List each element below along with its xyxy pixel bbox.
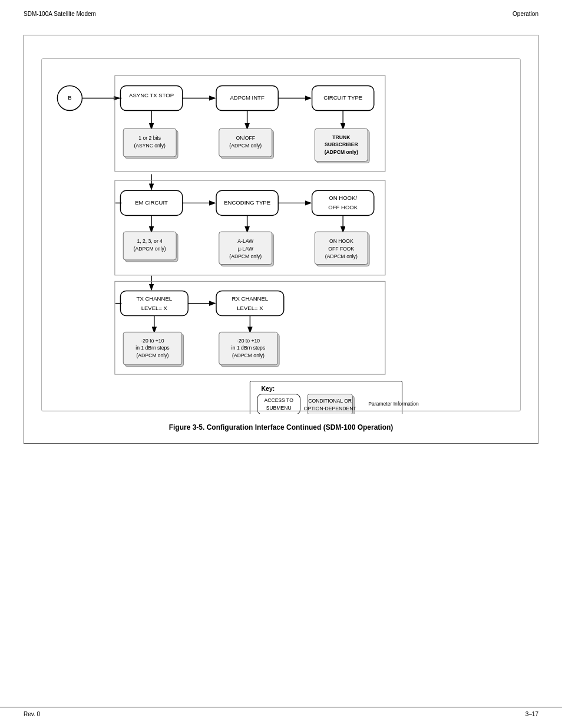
label-adpcm: ADPCM INTF	[230, 94, 265, 101]
node-tx-channel	[120, 291, 188, 316]
key-cond-2: OPTION-DEPENDENT	[304, 406, 357, 411]
label-txchannel-1: TX CHANNEL	[137, 295, 172, 302]
page-header: SDM-100A Satellite Modem Operation	[0, 0, 562, 17]
header-right: Operation	[513, 11, 538, 17]
label-alaw-3: (ADPCM only)	[229, 253, 262, 259]
label-trunk-3: (ADPCM only)	[325, 149, 358, 155]
label-encoding: ENCODING TYPE	[224, 199, 270, 206]
label-txchannel-2: LEVEL= X	[141, 305, 168, 311]
key-access-2: SUBMENU	[266, 405, 292, 411]
label-async-1: ASYNC TX STOP	[129, 92, 174, 98]
label-1234-1: 1, 2, 3, or 4	[137, 238, 163, 244]
label-alaw-2: µ-LAW	[238, 246, 254, 252]
label-trunk-2: SUBSCRIBER	[325, 141, 359, 147]
key-cond-1: CONDITIONAL OR	[308, 398, 352, 404]
key-param: Parameter Information	[368, 401, 419, 407]
label-offhook-2: OFF FOOK	[328, 246, 354, 252]
figure-caption: Figure 3-5. Configuration Interface Cont…	[36, 423, 526, 431]
label-onhook-1: ON HOOK/	[329, 195, 357, 201]
label-onoff-2: (ADPCM only)	[229, 143, 262, 149]
label-offhook-1: ON HOOK	[329, 238, 353, 244]
label-emcircuit: EM CIRCUIT	[135, 199, 168, 206]
header-left: SDM-100A Satellite Modem	[24, 11, 96, 17]
label-onoff-1: ON/OFF	[236, 135, 255, 141]
label-rxrange-2: in 1 dBrn steps	[232, 345, 265, 351]
figure-container: B ASYNC TX STOP ADPCM INTF CIRCUIT TYPE …	[24, 35, 538, 444]
label-rxrange-3: (ADPCM only)	[232, 353, 265, 358]
key-title: Key:	[262, 385, 275, 392]
node-rx-channel	[216, 291, 284, 316]
page-footer: Rev. 0 3–17	[0, 707, 562, 728]
footer-right: 3–17	[525, 711, 538, 717]
label-txrange-1: -20 to +10	[141, 338, 164, 344]
label-B: B	[68, 94, 71, 101]
label-rxchannel-1: RX CHANNEL	[232, 295, 269, 302]
diagram-svg: B ASYNC TX STOP ADPCM INTF CIRCUIT TYPE …	[36, 53, 526, 414]
outer-border	[42, 59, 521, 411]
label-rxchannel-2: LEVEL= X	[237, 305, 263, 311]
label-circuit: CIRCUIT TYPE	[323, 94, 362, 101]
label-trunk-1: TRUNK	[332, 134, 351, 140]
label-txrange-3: (ADPCM only)	[137, 353, 169, 358]
label-txrange-2: in 1 dBrn steps	[135, 345, 169, 351]
label-1or2bits-1: 1 or 2 bits	[138, 135, 161, 141]
label-offhook-3: (ADPCM only)	[325, 253, 358, 259]
footer-left: Rev. 0	[24, 711, 40, 717]
label-onhook-2: OFF HOOK	[328, 204, 358, 210]
label-alaw-1: A-LAW	[237, 238, 254, 244]
label-rxrange-1: -20 to +10	[237, 338, 260, 344]
label-1234-2: (ADPCM only)	[134, 246, 166, 252]
label-1or2bits-2: (ASYNC only)	[134, 143, 166, 149]
key-access-1: ACCESS TO	[264, 397, 293, 403]
